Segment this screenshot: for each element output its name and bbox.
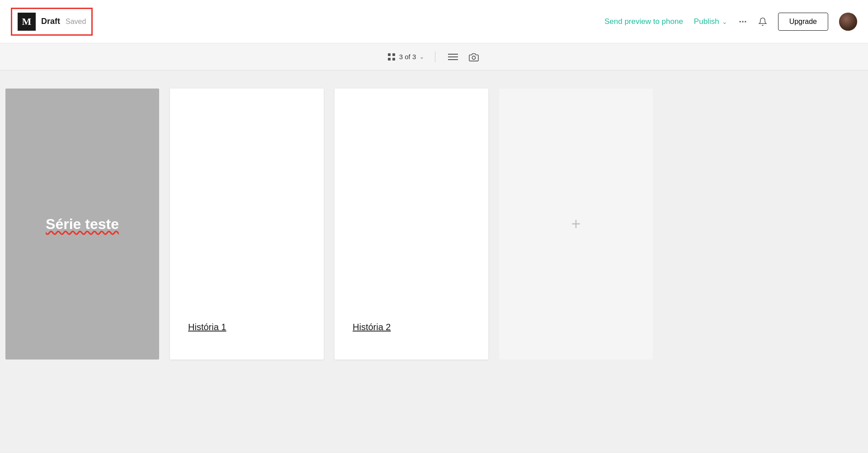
svg-point-2 (745, 21, 746, 22)
medium-logo: M (18, 13, 36, 31)
cover-card[interactable]: Série teste (5, 89, 159, 360)
svg-rect-5 (388, 58, 391, 61)
publish-chevron-icon: ⌄ (722, 18, 727, 25)
page-chevron-icon: ⌄ (420, 54, 424, 60)
grid-dots-icon (387, 53, 396, 61)
avatar[interactable] (839, 13, 857, 31)
cover-title: Série teste (37, 207, 128, 242)
ellipsis-icon (738, 17, 747, 26)
toolbar-row: 3 of 3 ⌄ (0, 43, 868, 70)
draft-label: Draft (41, 17, 60, 26)
menu-icon-button[interactable] (446, 51, 460, 63)
svg-point-0 (739, 21, 741, 22)
bell-icon (758, 17, 767, 26)
camera-icon (469, 52, 479, 61)
page-count: 3 of 3 (399, 53, 416, 61)
story2-title: História 2 (353, 322, 391, 332)
header: M Draft Saved Send preview to phone Publ… (0, 0, 868, 43)
story1-card[interactable]: História 1 (170, 89, 324, 360)
svg-rect-4 (392, 53, 395, 56)
lines-menu-icon (448, 53, 458, 61)
upgrade-button[interactable]: Upgrade (778, 13, 828, 31)
send-preview-button[interactable]: Send preview to phone (604, 17, 683, 26)
story1-card-wrapper: História 1 (165, 79, 329, 444)
story1-title: História 1 (188, 322, 226, 332)
more-options-button[interactable] (738, 17, 747, 26)
camera-icon-button[interactable] (467, 51, 481, 63)
header-logo-area[interactable]: M Draft Saved (11, 8, 93, 36)
notification-button[interactable] (758, 17, 767, 26)
cover-card-wrapper: Série teste (0, 79, 165, 444)
add-story-card[interactable]: + (499, 89, 653, 360)
svg-point-10 (472, 56, 476, 59)
saved-label: Saved (66, 18, 86, 26)
story2-card[interactable]: História 2 (335, 89, 488, 360)
svg-rect-6 (392, 58, 395, 61)
publish-button[interactable]: Publish ⌄ (694, 17, 727, 26)
story2-inner: História 2 (353, 107, 470, 341)
svg-rect-3 (388, 53, 391, 56)
add-icon: + (571, 216, 580, 232)
story1-inner: História 1 (188, 107, 306, 341)
story2-card-wrapper: História 2 (329, 79, 494, 444)
main-content: Série teste História 1 História 2 + (0, 70, 868, 453)
page-indicator[interactable]: 3 of 3 ⌄ (387, 53, 425, 61)
add-card-wrapper: + (494, 79, 658, 444)
toolbar-separator (435, 51, 435, 62)
header-actions: Send preview to phone Publish ⌄ Upgrade (604, 13, 857, 31)
avatar-image (839, 13, 857, 31)
svg-point-1 (742, 21, 743, 22)
